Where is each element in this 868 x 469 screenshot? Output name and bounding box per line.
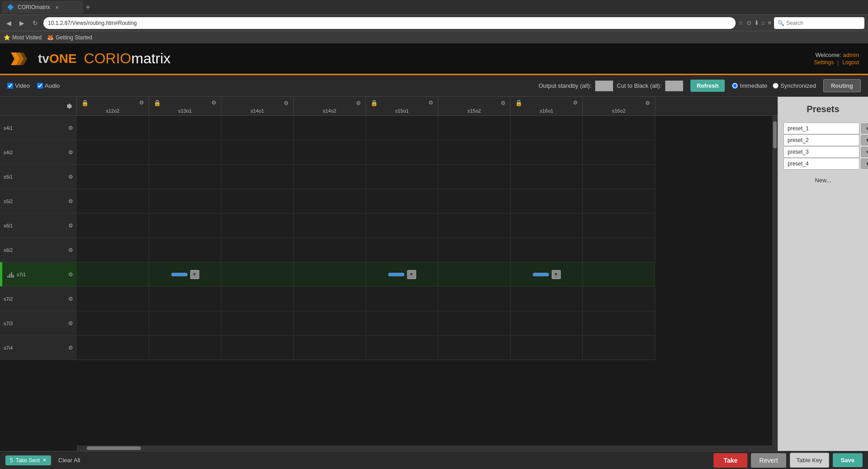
cell-s7i3-s12o2[interactable]	[77, 311, 149, 336]
video-checkbox-label[interactable]: Video	[7, 82, 30, 89]
col-gear-icon-s16o1[interactable]: ⚙	[573, 99, 578, 106]
settings-link[interactable]: Settings	[814, 59, 834, 66]
cell-s6i1-s12o2[interactable]	[77, 213, 149, 238]
cell-s6i2-s16o1[interactable]	[511, 238, 583, 262]
v-scrollbar-thumb[interactable]	[773, 121, 777, 148]
cell-s7i2-s16o2[interactable]	[583, 287, 655, 311]
cell-s4i2-s16o2[interactable]	[583, 140, 655, 165]
cell-s4i1-s12o2[interactable]	[77, 116, 149, 140]
cell-s5i2-s16o2[interactable]	[583, 189, 655, 213]
table-key-button[interactable]: Table Key	[790, 453, 829, 468]
row-gear-s6i1[interactable]: ⚙	[68, 223, 73, 229]
cell-s4i2-s14o2[interactable]	[294, 140, 366, 165]
cell-s4i1-s15o2[interactable]	[438, 116, 511, 140]
h-scrollbar-thumb[interactable]	[87, 446, 141, 450]
preset-arrow-4[interactable]: ▼	[861, 159, 868, 169]
horizontal-scrollbar[interactable]	[77, 445, 772, 451]
cell-s5i2-s16o1[interactable]	[511, 189, 583, 213]
bookmark-most-visited[interactable]: ⭐ Most Visited	[4, 34, 42, 41]
cell-s7i3-s16o1[interactable]	[511, 311, 583, 336]
route-dropdown-s7i1-s15o1[interactable]: ▼	[407, 270, 416, 279]
col-gear-icon-s14o2[interactable]: ⚙	[356, 100, 361, 106]
cell-s5i2-s14o1[interactable]	[221, 189, 294, 213]
col-gear-icon-s16o2[interactable]: ⚙	[645, 100, 650, 106]
search-input[interactable]	[786, 20, 861, 26]
active-tab[interactable]: 🔷 CORIOmatrix ✕	[2, 1, 83, 14]
cell-s6i1-s15o1[interactable]	[366, 213, 438, 238]
cell-s7i2-s15o1[interactable]	[366, 287, 438, 311]
route-pill-s7i1-s15o1[interactable]	[388, 273, 404, 276]
cell-s4i2-s16o1[interactable]	[511, 140, 583, 165]
cell-s7i1-s16o2[interactable]	[583, 262, 655, 287]
cell-s6i2-s16o2[interactable]	[583, 238, 655, 262]
cell-s6i1-s14o2[interactable]	[294, 213, 366, 238]
row-gear-s7i3[interactable]: ⚙	[68, 320, 73, 327]
take-sent-close[interactable]: ✕	[42, 457, 47, 463]
vertical-scrollbar[interactable]	[772, 116, 778, 451]
cell-s4i2-s13o1[interactable]	[149, 140, 221, 165]
row-gear-s5i1[interactable]: ⚙	[68, 174, 73, 180]
cell-s7i3-s14o1[interactable]	[221, 311, 294, 336]
cell-s5i1-s14o2[interactable]	[294, 165, 366, 189]
cell-s4i2-s15o1[interactable]	[366, 140, 438, 165]
cell-s4i2-s12o2[interactable]	[77, 140, 149, 165]
cell-s6i2-s15o1[interactable]	[366, 238, 438, 262]
cell-s7i4-s12o2[interactable]	[77, 336, 149, 360]
row-gear-s5i2[interactable]: ⚙	[68, 198, 73, 204]
cell-s6i2-s15o2[interactable]	[438, 238, 511, 262]
cell-s6i1-s15o2[interactable]	[438, 213, 511, 238]
col-gear-icon-s15o1[interactable]: ⚙	[428, 99, 433, 106]
cell-s5i1-s14o1[interactable]	[221, 165, 294, 189]
cell-s6i2-s14o2[interactable]	[294, 238, 366, 262]
cell-s7i1-s14o2[interactable]	[294, 262, 366, 287]
route-dropdown-s7i1-s13o1[interactable]: ▼	[190, 270, 199, 279]
cell-s5i2-s15o2[interactable]	[438, 189, 511, 213]
immediate-radio-label[interactable]: Immediate	[732, 82, 767, 89]
preset-name-1[interactable]	[784, 123, 859, 134]
cell-s5i1-s16o2[interactable]	[583, 165, 655, 189]
row-gear-s7i1[interactable]: ⚙	[68, 271, 73, 278]
clear-all-button[interactable]: Clear All	[55, 455, 84, 465]
cell-s7i1-s16o1[interactable]: ▼	[511, 262, 583, 287]
cell-s6i1-s14o1[interactable]	[221, 213, 294, 238]
cell-s7i2-s14o1[interactable]	[221, 287, 294, 311]
immediate-radio[interactable]	[732, 83, 738, 89]
video-checkbox[interactable]	[7, 83, 13, 89]
cell-s6i2-s13o1[interactable]	[149, 238, 221, 262]
synchronized-radio[interactable]	[773, 83, 779, 89]
output-standby-box[interactable]	[595, 81, 613, 91]
col-gear-icon-s15o2[interactable]: ⚙	[501, 100, 506, 106]
row-gear-s4i2[interactable]: ⚙	[68, 149, 73, 156]
route-pill-s7i1-s13o1[interactable]	[171, 273, 188, 276]
download-icon[interactable]: ⬇	[754, 19, 759, 26]
cell-s7i4-s14o2[interactable]	[294, 336, 366, 360]
take-sent-badge[interactable]: 5 Take Sent ✕	[5, 455, 51, 465]
cell-s7i3-s16o2[interactable]	[583, 311, 655, 336]
cell-s7i2-s14o2[interactable]	[294, 287, 366, 311]
cell-s7i2-s13o1[interactable]	[149, 287, 221, 311]
cell-s4i2-s14o1[interactable]	[221, 140, 294, 165]
cell-s7i1-s14o1[interactable]	[221, 262, 294, 287]
bookmark-star-icon[interactable]: ☆	[738, 19, 744, 26]
cell-s7i4-s16o2[interactable]	[583, 336, 655, 360]
cell-s4i1-s15o1[interactable]	[366, 116, 438, 140]
cells-scroll-area[interactable]: ▼ ▼ ▼	[77, 116, 772, 445]
audio-checkbox-label[interactable]: Audio	[37, 82, 60, 89]
cell-s7i3-s15o1[interactable]	[366, 311, 438, 336]
cell-s5i2-s13o1[interactable]	[149, 189, 221, 213]
cell-s7i3-s14o2[interactable]	[294, 311, 366, 336]
col-gear-icon-s14o1[interactable]: ⚙	[284, 100, 289, 106]
cell-s5i2-s12o2[interactable]	[77, 189, 149, 213]
cell-s7i2-s12o2[interactable]	[77, 287, 149, 311]
cell-s6i1-s13o1[interactable]	[149, 213, 221, 238]
menu-icon[interactable]: ≡	[768, 19, 771, 26]
preset-name-4[interactable]	[784, 158, 859, 170]
bookmark-getting-started[interactable]: 🦊 Getting Started	[47, 34, 92, 41]
row-gear-s7i2[interactable]: ⚙	[68, 296, 73, 302]
col-gear-icon-s13o1[interactable]: ⚙	[211, 99, 216, 106]
corner-gear-icon[interactable]	[66, 103, 73, 109]
take-button[interactable]: Take	[713, 453, 747, 468]
cell-s4i2-s15o2[interactable]	[438, 140, 511, 165]
cell-s4i1-s13o1[interactable]	[149, 116, 221, 140]
cell-s4i1-s14o2[interactable]	[294, 116, 366, 140]
